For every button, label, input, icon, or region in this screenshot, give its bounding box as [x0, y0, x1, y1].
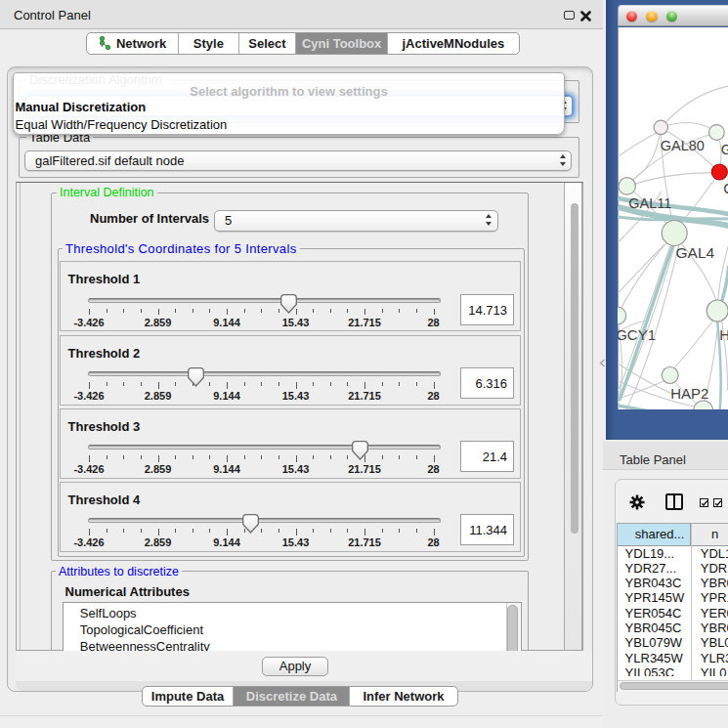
svg-text:GAL80: GAL80: [660, 138, 704, 153]
svg-text:HAP2: HAP2: [670, 385, 708, 402]
svg-text:GAL4: GAL4: [675, 244, 714, 261]
svg-text:GA: GA: [720, 142, 728, 157]
svg-text:CY: CY: [723, 181, 728, 196]
svg-text:GCY1: GCY1: [618, 326, 656, 343]
svg-text:GAL11: GAL11: [628, 195, 671, 211]
svg-text:HI: HI: [719, 326, 728, 343]
